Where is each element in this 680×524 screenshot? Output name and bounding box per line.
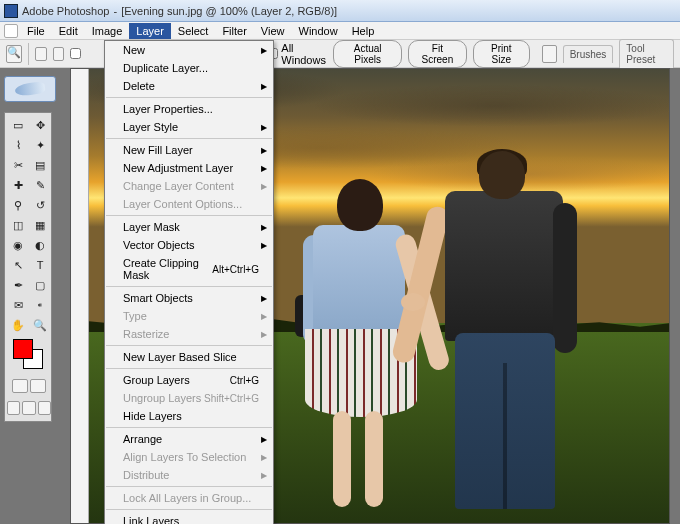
menu-duplicate-layer[interactable]: Duplicate Layer...	[105, 59, 273, 77]
menu-change-layer-content: Change Layer Content▶	[105, 177, 273, 195]
menu-group-layers[interactable]: Group LayersCtrl+G	[105, 371, 273, 389]
tool-presets-tab[interactable]: Tool Preset	[619, 39, 674, 68]
menu-smart-objects[interactable]: Smart Objects▶	[105, 289, 273, 307]
menu-create-clipping-mask[interactable]: Create Clipping MaskAlt+Ctrl+G	[105, 254, 273, 284]
screen-mode-1-icon[interactable]	[7, 401, 20, 415]
sys-menu-icon[interactable]	[4, 24, 18, 38]
dodge-tool-icon[interactable]: ◐	[29, 235, 51, 255]
menu-lock-all: Lock All Layers in Group...	[105, 489, 273, 507]
fit-screen-button[interactable]: Fit Screen	[408, 40, 467, 68]
feather-icon	[14, 81, 45, 97]
lasso-tool-icon[interactable]: ⌇	[7, 135, 29, 155]
image-hands	[401, 293, 425, 311]
menu-image[interactable]: Image	[85, 23, 130, 39]
menu-distribute: Distribute▶	[105, 466, 273, 484]
menu-vector-objects[interactable]: Vector Objects▶	[105, 236, 273, 254]
palette-well-icon[interactable]	[542, 45, 557, 63]
options-bar: 🔍 All Windows Actual Pixels Fit Screen P…	[0, 40, 680, 68]
hand-tool-icon[interactable]: ✋	[7, 315, 29, 335]
menu-edit[interactable]: Edit	[52, 23, 85, 39]
menu-delete[interactable]: Delete▶	[105, 77, 273, 95]
crop-tool-icon[interactable]: ✂	[7, 155, 29, 175]
print-size-button[interactable]: Print Size	[473, 40, 530, 68]
menu-new-layer-based-slice[interactable]: New Layer Based Slice	[105, 348, 273, 366]
slice-tool-icon[interactable]: ▤	[29, 155, 51, 175]
zoom-tool-icon[interactable]: 🔍	[6, 45, 22, 63]
history-brush-icon[interactable]: ↺	[29, 195, 51, 215]
menu-link-layers[interactable]: Link Layers	[105, 512, 273, 524]
toolbox: ▭ ✥ ⌇ ✦ ✂ ▤ ✚ ✎ ⚲ ↺ ◫ ▦ ◉ ◐ ↖ T ✒ ▢ ✉ ⁌ …	[4, 112, 52, 422]
menu-help[interactable]: Help	[345, 23, 382, 39]
pen-tool-icon[interactable]: ✒	[7, 275, 29, 295]
brushes-tab[interactable]: Brushes	[563, 45, 614, 63]
stamp-tool-icon[interactable]: ⚲	[7, 195, 29, 215]
standard-mode-icon[interactable]	[12, 379, 28, 393]
image-person-right	[419, 151, 589, 511]
menu-file[interactable]: File	[20, 23, 52, 39]
quickmask-mode-icon[interactable]	[30, 379, 46, 393]
menu-hide-layers[interactable]: Hide Layers	[105, 407, 273, 425]
menu-layer[interactable]: Layer	[129, 23, 171, 39]
zoom-out-icon[interactable]	[53, 47, 65, 61]
eyedropper-tool-icon[interactable]: ⁌	[29, 295, 51, 315]
zoom-all-windows-checkbox[interactable]: All Windows	[267, 42, 327, 66]
resize-windows-checkbox[interactable]	[70, 48, 81, 59]
move-tool-icon[interactable]: ✥	[29, 115, 51, 135]
ruler-vertical	[71, 69, 89, 523]
screen-mode-2-icon[interactable]	[22, 401, 35, 415]
screen-mode-3-icon[interactable]	[38, 401, 51, 415]
menu-type: Type▶	[105, 307, 273, 325]
type-tool-icon[interactable]: T	[29, 255, 51, 275]
menu-new-adjustment-layer[interactable]: New Adjustment Layer▶	[105, 159, 273, 177]
menu-arrange[interactable]: Arrange▶	[105, 430, 273, 448]
menu-layer-style[interactable]: Layer Style▶	[105, 118, 273, 136]
menu-align: Align Layers To Selection▶	[105, 448, 273, 466]
menu-window[interactable]: Window	[292, 23, 345, 39]
actual-pixels-button[interactable]: Actual Pixels	[333, 40, 402, 68]
menu-layer-content-options: Layer Content Options...	[105, 195, 273, 213]
notes-tool-icon[interactable]: ✉	[7, 295, 29, 315]
fg-swatch[interactable]	[13, 339, 33, 359]
shape-tool-icon[interactable]: ▢	[29, 275, 51, 295]
heal-tool-icon[interactable]: ✚	[7, 175, 29, 195]
app-icon	[4, 4, 18, 18]
menu-rasterize: Rasterize▶	[105, 325, 273, 343]
titlebar: Adobe Photoshop - [Evening sun.jpg @ 100…	[0, 0, 680, 22]
color-swatches[interactable]	[7, 335, 51, 375]
zoom-tool-icon-tb[interactable]: 🔍	[29, 315, 51, 335]
layer-menu-dropdown: New▶ Duplicate Layer... Delete▶ Layer Pr…	[104, 40, 274, 524]
app-name: Adobe Photoshop	[22, 5, 109, 17]
brush-preset-panel[interactable]	[4, 76, 56, 102]
eraser-tool-icon[interactable]: ◫	[7, 215, 29, 235]
menubar: File Edit Image Layer Select Filter View…	[0, 22, 680, 40]
zoom-in-icon[interactable]	[35, 47, 47, 61]
menu-view[interactable]: View	[254, 23, 292, 39]
menu-ungroup-layers: Ungroup LayersShift+Ctrl+G	[105, 389, 273, 407]
menu-layer-properties[interactable]: Layer Properties...	[105, 100, 273, 118]
blur-tool-icon[interactable]: ◉	[7, 235, 29, 255]
wand-tool-icon[interactable]: ✦	[29, 135, 51, 155]
menu-layer-mask[interactable]: Layer Mask▶	[105, 218, 273, 236]
menu-new-fill-layer[interactable]: New Fill Layer▶	[105, 141, 273, 159]
doc-title: [Evening sun.jpg @ 100% (Layer 2, RGB/8)…	[121, 5, 337, 17]
gradient-tool-icon[interactable]: ▦	[29, 215, 51, 235]
menu-filter[interactable]: Filter	[215, 23, 253, 39]
menu-select[interactable]: Select	[171, 23, 216, 39]
all-windows-label: All Windows	[281, 42, 327, 66]
brush-tool-icon[interactable]: ✎	[29, 175, 51, 195]
marquee-tool-icon[interactable]: ▭	[7, 115, 29, 135]
menu-new[interactable]: New▶	[105, 41, 273, 59]
path-tool-icon[interactable]: ↖	[7, 255, 29, 275]
